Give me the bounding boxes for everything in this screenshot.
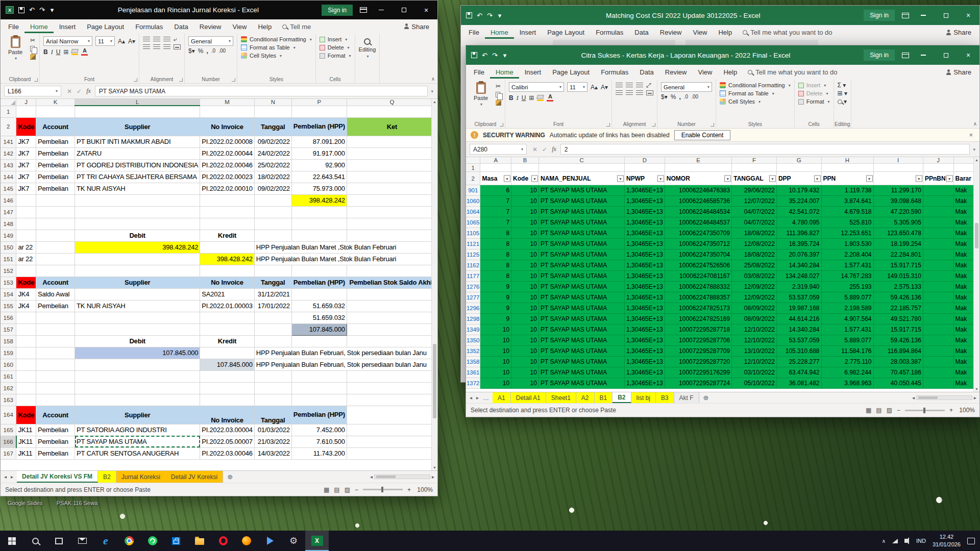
grid-cell[interactable]: 49.521.780 <box>873 314 923 324</box>
grid-cell[interactable]: Pembelian <box>36 436 75 447</box>
grid-cell[interactable] <box>347 406 437 424</box>
zoom-level[interactable]: 100% <box>415 486 433 493</box>
row-header-1[interactable]: 1 <box>1 106 16 117</box>
row-header-159[interactable]: 159 <box>1 347 16 359</box>
grid-cell[interactable]: 1,30465E+13 <box>625 335 665 346</box>
align-bottom-icon[interactable] <box>636 83 643 88</box>
grid-cell[interactable] <box>16 347 36 359</box>
new-sheet-button[interactable]: ⊕ <box>699 392 713 403</box>
dialog-launcher-icon[interactable] <box>179 78 183 82</box>
grid-cell[interactable]: 100062247081167 <box>665 271 731 282</box>
name-box[interactable]: A280 ▾ <box>470 144 527 155</box>
grid-cell[interactable]: Debit <box>75 335 200 347</box>
filter-dropdown-icon[interactable]: ▾ <box>814 175 821 182</box>
grid-cell[interactable]: PT SAYAP MAS UTAMA <box>538 314 624 324</box>
wrap-text-icon[interactable]: ⤶ <box>174 36 177 42</box>
grid-cell[interactable]: 5.889.077 <box>821 335 873 346</box>
column-header-k[interactable]: K <box>36 99 75 106</box>
grid-cell[interactable]: 10 <box>511 207 539 217</box>
taskbar-icon-file-explorer[interactable] <box>188 531 211 551</box>
grid-cell[interactable]: 10 <box>480 346 511 357</box>
more-sheets-icon[interactable]: … <box>483 394 489 402</box>
align-top-icon[interactable] <box>143 37 150 42</box>
grid-cell[interactable]: 04/07/2022 <box>732 217 777 228</box>
row-header-167[interactable]: 167 <box>1 447 16 459</box>
delete-cells-button[interactable]: Delete▾ <box>798 90 830 96</box>
grid-cell[interactable] <box>347 424 437 436</box>
grid-cell[interactable]: 04/07/2022 <box>732 207 777 217</box>
grid-cell[interactable]: 15.917.715 <box>873 260 923 271</box>
grid-cell[interactable] <box>36 106 75 117</box>
grid-cell[interactable]: 1,30465E+13 <box>625 207 665 217</box>
row-header-154[interactable]: 154 <box>1 288 16 300</box>
language-indicator[interactable]: IND <box>916 538 926 544</box>
grid-cell[interactable] <box>347 265 437 277</box>
zoom-slider[interactable] <box>363 489 403 490</box>
align-left-icon[interactable] <box>616 90 623 95</box>
copy-icon[interactable] <box>30 46 35 52</box>
scrollbar-thumb[interactable] <box>975 223 978 249</box>
grid-cell[interactable]: 2.319.940 <box>776 282 821 292</box>
scroll-up-icon[interactable]: ▲ <box>432 100 437 104</box>
grid-cell[interactable]: PT CATUR SENTOSA ANUGERAH <box>75 447 200 459</box>
row-header-1352[interactable]: 1352 <box>466 346 480 357</box>
prev-sheet-icon[interactable]: ◂ <box>4 474 7 480</box>
enable-content-button[interactable]: Enable Content <box>674 130 731 140</box>
grid-cell[interactable]: HPP Penjualan Bulan Februari, Stok perse… <box>254 347 437 359</box>
grid-cell[interactable] <box>923 335 953 346</box>
grid-cell[interactable]: JK7 <box>16 183 36 194</box>
grid-cell[interactable] <box>776 164 821 172</box>
zoom-in-icon[interactable]: + <box>407 486 411 493</box>
enter-icon[interactable]: ✓ <box>77 88 82 95</box>
shrink-font-icon[interactable]: A▾ <box>128 38 135 44</box>
scroll-left-icon[interactable]: ◂ <box>370 474 373 480</box>
italic-button[interactable]: I <box>51 49 53 55</box>
grid-cell[interactable]: 9 <box>480 292 511 303</box>
row-header-1[interactable]: 1 <box>466 164 480 172</box>
grid-cell[interactable]: 10 <box>480 357 511 367</box>
grid-cell[interactable]: JK4 <box>16 300 36 312</box>
grid-cell[interactable]: 10 <box>511 260 539 271</box>
decrease-decimal-icon[interactable]: .00 <box>218 48 226 54</box>
grid-cell[interactable]: 10 <box>511 367 539 378</box>
next-sheet-icon[interactable]: ▸ <box>476 395 479 400</box>
taskbar-icon-store[interactable] <box>164 531 188 551</box>
percent-style-icon[interactable]: % <box>671 94 676 100</box>
filter-header-tanggal[interactable]: TANGGAL▾ <box>732 172 777 185</box>
menu-tab-home[interactable]: Home <box>24 20 54 33</box>
autosum-icon[interactable]: Σ ▾ <box>838 82 847 88</box>
grid-cell[interactable]: 12/07/2022 <box>732 196 777 207</box>
grid-cell[interactable]: JK7 <box>16 147 36 159</box>
row-header-1162[interactable]: 1162 <box>466 260 480 271</box>
dialog-launcher-icon[interactable] <box>652 123 655 127</box>
paste-button[interactable]: Paste ▾ <box>470 82 492 107</box>
minimize-button[interactable] <box>912 6 935 25</box>
grid-cell[interactable]: 100062246484534 <box>665 207 731 217</box>
grid-cell[interactable]: 70.457.186 <box>873 367 923 378</box>
grid-cell[interactable]: 100072295287720 <box>665 357 731 367</box>
grid-cell[interactable]: 2.775.110 <box>821 357 873 367</box>
grid-cell[interactable]: 10 <box>511 314 539 324</box>
grid-cell[interactable]: 14.767.283 <box>821 271 873 282</box>
redo-icon[interactable]: ↷ <box>487 12 493 19</box>
taskbar-icon-whatsapp[interactable] <box>141 531 164 551</box>
grid-cell[interactable]: PT SAYAP MAS UTAMA <box>538 260 624 271</box>
cancel-icon[interactable]: ✕ <box>67 88 72 95</box>
grid-cell[interactable] <box>923 207 953 217</box>
editing-button[interactable]: Editing ▾ <box>359 36 376 59</box>
fill-color-button[interactable] <box>71 49 78 55</box>
grid-cell[interactable]: 5.889.077 <box>821 292 873 303</box>
prev-sheet-icon[interactable]: ◂ <box>470 395 472 400</box>
grid-cell[interactable] <box>16 106 36 117</box>
grid-cell[interactable]: 13/10/2022 <box>732 346 777 357</box>
row-header-901[interactable]: 901 <box>466 185 480 196</box>
grid-cell[interactable]: 29/06/2022 <box>732 185 777 196</box>
grid-cell[interactable]: 39.098.648 <box>873 196 923 207</box>
minimize-button[interactable] <box>912 45 935 65</box>
row-header-1125[interactable]: 1125 <box>466 249 480 260</box>
grid-cell[interactable]: 40.050.445 <box>873 378 923 389</box>
grid-cell[interactable] <box>36 218 75 230</box>
save-icon[interactable] <box>466 12 472 18</box>
grid-cell[interactable]: PT SAYAP MAS UTAMA <box>538 378 624 389</box>
column-header-j[interactable]: J <box>923 157 953 164</box>
